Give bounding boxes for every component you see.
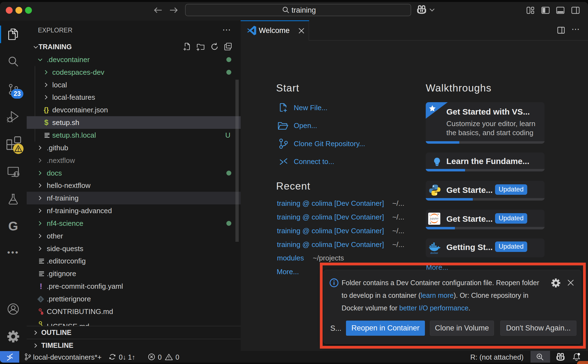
- svg-text:docker: docker: [430, 251, 438, 254]
- svg-text:jupyter: jupyter: [430, 217, 439, 220]
